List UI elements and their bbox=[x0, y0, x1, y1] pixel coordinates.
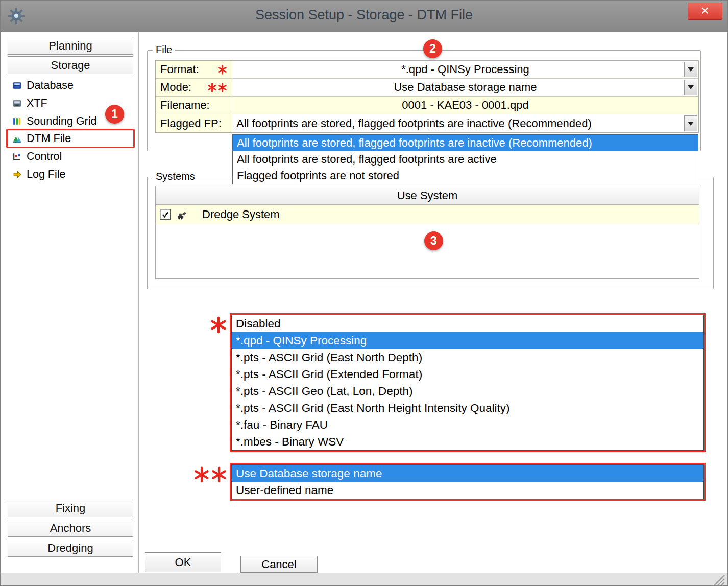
sidebar-item-label: Control bbox=[27, 150, 62, 163]
systems-table: Use System Dredge System bbox=[155, 186, 699, 279]
annotation-badge-1: 1 bbox=[105, 105, 124, 124]
sidebar-item-database[interactable]: Database bbox=[8, 78, 133, 93]
dropdown-option[interactable]: Flagged footprints are not stored bbox=[233, 168, 698, 184]
list-option[interactable]: *.pts - ASCII Grid (East North Depth) bbox=[232, 349, 703, 366]
mode-options-list: Use Database storage name User-defined n… bbox=[231, 464, 704, 499]
format-dropdown[interactable]: *.qpd - QINSy Processing bbox=[232, 61, 698, 78]
file-group-label: File bbox=[153, 44, 175, 56]
close-button[interactable]: × bbox=[688, 3, 722, 20]
sidebar-item-label: Database bbox=[27, 79, 74, 92]
sidebar-item-log-file[interactable]: Log File bbox=[8, 167, 133, 182]
format-options-annotation-box: Disabled *.qpd - QINSy Processing *.pts … bbox=[230, 313, 706, 452]
mode-value: Use Database storage name bbox=[394, 81, 537, 94]
systems-group-label: Systems bbox=[153, 171, 198, 182]
list-option[interactable]: User-defined name bbox=[232, 482, 703, 499]
system-row-dredge[interactable]: Dredge System bbox=[156, 205, 699, 224]
use-system-checkbox[interactable] bbox=[160, 209, 171, 220]
sidebar-item-dtm-file[interactable]: DTM File bbox=[8, 131, 133, 146]
database-icon bbox=[12, 80, 22, 90]
double-asterisk-marker-icon bbox=[193, 466, 227, 483]
dropdown-option[interactable]: All footprints are stored, flagged footp… bbox=[233, 151, 698, 168]
list-option[interactable]: *.pts - ASCII Grid (East North Height In… bbox=[232, 400, 703, 416]
list-option[interactable]: *.fau - Binary FAU bbox=[232, 416, 703, 433]
required-asterisk-icon bbox=[217, 65, 227, 75]
sidebar-button-anchors[interactable]: Anchors bbox=[8, 520, 133, 537]
dtm-file-icon bbox=[12, 133, 22, 144]
flagged-fp-options-list: All footprints are stored, flagged footp… bbox=[232, 134, 698, 184]
sidebar-button-fixing[interactable]: Fixing bbox=[8, 500, 133, 517]
filename-label: Filename: bbox=[156, 97, 232, 114]
dredge-system-icon bbox=[177, 209, 188, 220]
list-option[interactable]: *.pts - ASCII Grid (Extended Format) bbox=[232, 366, 703, 383]
close-icon: × bbox=[701, 3, 709, 18]
dropdown-option[interactable]: All footprints are stored, flagged footp… bbox=[233, 135, 698, 151]
required-double-asterisk-icon bbox=[207, 83, 227, 92]
filename-field[interactable]: 0001 - KAE03 - 0001.qpd bbox=[232, 97, 698, 114]
resize-grip[interactable] bbox=[712, 573, 725, 586]
sidebar-button-storage[interactable]: Storage bbox=[8, 56, 133, 74]
flagged-fp-row: Flagged FP: All footprints are stored, f… bbox=[156, 114, 698, 132]
flagged-fp-label: Flagged FP: bbox=[156, 114, 232, 132]
flagged-fp-value: All footprints are stored, flagged footp… bbox=[236, 117, 592, 130]
control-icon bbox=[12, 151, 22, 161]
dropdown-arrow-icon[interactable] bbox=[684, 115, 697, 131]
dropdown-arrow-icon[interactable] bbox=[684, 80, 697, 95]
sidebar-button-planning[interactable]: Planning bbox=[8, 37, 133, 55]
log-file-icon bbox=[12, 169, 22, 179]
sidebar-item-label: Log File bbox=[27, 168, 66, 181]
list-option[interactable]: *.pts - ASCII Geo (Lat, Lon, Depth) bbox=[232, 383, 703, 400]
cancel-button[interactable]: Cancel bbox=[240, 556, 318, 573]
filename-value: 0001 - KAE03 - 0001.qpd bbox=[402, 99, 528, 112]
sounding-grid-icon bbox=[12, 116, 22, 126]
sidebar-item-label: Sounding Grid bbox=[27, 115, 96, 128]
list-option[interactable]: Use Database storage name bbox=[232, 465, 703, 482]
dropdown-arrow-icon[interactable] bbox=[684, 62, 697, 77]
flagged-fp-label-text: Flagged FP: bbox=[160, 117, 222, 130]
annotation-badge-3: 3 bbox=[424, 231, 443, 250]
annotation-badge-2: 2 bbox=[423, 39, 442, 58]
mode-dropdown[interactable]: Use Database storage name bbox=[232, 79, 698, 96]
sidebar-item-control[interactable]: Control bbox=[8, 149, 133, 164]
list-option[interactable]: *.qpd - QINSy Processing bbox=[232, 332, 703, 349]
sidebar-item-label: DTM File bbox=[27, 132, 71, 145]
sidebar-button-dredging[interactable]: Dredging bbox=[8, 540, 133, 557]
format-row: Format: *.qpd - QINSy Processing bbox=[156, 61, 698, 79]
mode-options-annotation-box: Use Database storage name User-defined n… bbox=[230, 463, 706, 501]
format-label-text: Format: bbox=[160, 63, 199, 76]
flagged-fp-dropdown[interactable]: All footprints are stored, flagged footp… bbox=[232, 114, 698, 132]
mode-label-text: Mode: bbox=[160, 81, 191, 94]
filename-label-text: Filename: bbox=[160, 99, 210, 112]
sidebar-divider bbox=[138, 32, 139, 573]
single-asterisk-marker-icon bbox=[210, 316, 227, 334]
window-title: Session Setup - Storage - DTM File bbox=[1, 7, 727, 23]
xtf-file-icon bbox=[12, 98, 22, 108]
filename-row: Filename: 0001 - KAE03 - 0001.qpd bbox=[156, 97, 698, 114]
use-system-column-header: Use System bbox=[156, 186, 699, 205]
system-name: Dredge System bbox=[202, 208, 280, 221]
titlebar[interactable]: Session Setup - Storage - DTM File × bbox=[1, 1, 727, 32]
mode-label: Mode: bbox=[156, 79, 232, 96]
format-value: *.qpd - QINSy Processing bbox=[401, 63, 529, 76]
sidebar-item-label: XTF bbox=[27, 97, 47, 110]
window-bottom-frame bbox=[1, 573, 727, 586]
list-option[interactable]: Disabled bbox=[232, 315, 703, 332]
session-setup-dialog: Session Setup - Storage - DTM File × Pla… bbox=[0, 0, 728, 586]
format-options-list: Disabled *.qpd - QINSy Processing *.pts … bbox=[231, 315, 704, 451]
file-settings-table: Format: *.qpd - QINSy Processing Mode: U… bbox=[155, 60, 699, 133]
ok-button[interactable]: OK bbox=[145, 552, 221, 572]
mode-row: Mode: Use Database storage name bbox=[156, 79, 698, 97]
list-option[interactable]: *.mbes - Binary WSV bbox=[232, 433, 703, 450]
format-label: Format: bbox=[156, 61, 232, 78]
